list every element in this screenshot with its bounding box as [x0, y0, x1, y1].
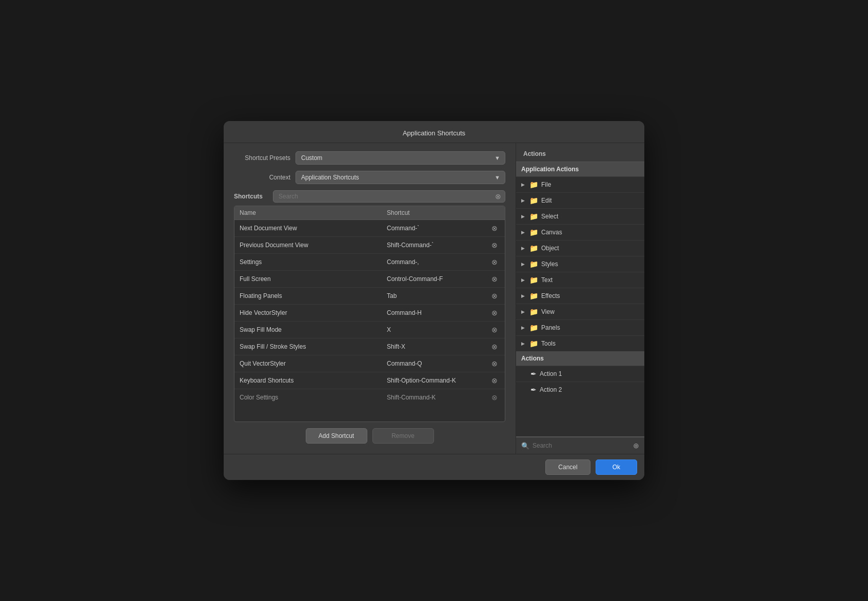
table-row[interactable]: Swap Fill / Stroke Styles Shift-X ⊗ — [234, 338, 505, 355]
shortcut-key: Command-Q — [382, 355, 484, 372]
shortcut-name: Swap Fill / Stroke Styles — [234, 338, 382, 355]
shortcut-name: Settings — [234, 254, 382, 271]
tree-folder-item[interactable]: ▶ 📁 View — [516, 304, 644, 320]
shortcut-remove-cell: ⊗ — [484, 254, 505, 271]
ok-button[interactable]: Ok — [596, 459, 637, 475]
table-row[interactable]: Hide VectorStyler Command-H ⊗ — [234, 305, 505, 322]
shortcut-key: Command-, — [382, 254, 484, 271]
tree-folder-item[interactable]: ▶ 📁 Edit — [516, 193, 644, 209]
right-panel: Actions Application Actions ▶ 📁 File ▶ 📁… — [516, 143, 644, 454]
tree-folder-item[interactable]: ▶ 📁 Select — [516, 209, 644, 225]
tree-folder-label: Select — [541, 213, 558, 220]
table-row[interactable]: Settings Command-, ⊗ — [234, 254, 505, 271]
tree-folder-item[interactable]: ▶ 📁 Canvas — [516, 225, 644, 241]
remove-shortcut-icon[interactable]: ⊗ — [491, 224, 498, 232]
remove-shortcut-icon[interactable]: ⊗ — [491, 393, 498, 402]
remove-shortcut-icon[interactable]: ⊗ — [491, 292, 498, 300]
tree-folder-item[interactable]: ▶ 📁 Styles — [516, 256, 644, 272]
tree-expand-arrow: ▶ — [521, 325, 527, 330]
table-row[interactable]: Quit VectorStyler Command-Q ⊗ — [234, 355, 505, 372]
remove-shortcut-icon[interactable]: ⊗ — [491, 309, 498, 317]
search-clear-icon[interactable]: ⊗ — [495, 193, 501, 200]
tree-expand-arrow: ▶ — [521, 309, 527, 314]
shortcut-remove-cell: ⊗ — [484, 271, 505, 288]
folder-icon: 📁 — [529, 228, 538, 236]
shortcut-remove-cell: ⊗ — [484, 355, 505, 372]
shortcut-key: Command-` — [382, 220, 484, 237]
tree-folder-item[interactable]: ▶ 📁 File — [516, 177, 644, 193]
dialog-titlebar: Application Shortcuts — [224, 121, 644, 143]
dialog-footer: Cancel Ok — [224, 454, 644, 480]
tree-folder-item[interactable]: ▶ 📁 Tools — [516, 336, 644, 351]
folder-icon: 📁 — [529, 212, 538, 221]
tree-folder-label: File — [541, 181, 551, 188]
shortcut-remove-cell: ⊗ — [484, 372, 505, 389]
cancel-button[interactable]: Cancel — [545, 459, 590, 475]
shortcut-name: Floating Panels — [234, 288, 382, 305]
context-row: Context Application Shortcuts ▼ — [234, 171, 505, 184]
presets-select[interactable]: Custom — [295, 151, 505, 165]
folder-icon: 📁 — [529, 196, 538, 205]
application-actions-label: Application Actions — [521, 166, 579, 173]
table-row[interactable]: Swap Fill Mode X ⊗ — [234, 322, 505, 338]
shortcut-name: Keyboard Shortcuts — [234, 372, 382, 389]
table-row[interactable]: Previous Document View Shift-Command-` ⊗ — [234, 237, 505, 254]
shortcut-key: Tab — [382, 288, 484, 305]
tree-expand-arrow: ▶ — [521, 262, 527, 267]
table-row[interactable]: Keyboard Shortcuts Shift-Option-Command-… — [234, 372, 505, 389]
shortcut-name: Full Screen — [234, 271, 382, 288]
remove-shortcut-icon[interactable]: ⊗ — [491, 359, 498, 368]
tree-folders: ▶ 📁 File ▶ 📁 Edit ▶ 📁 Select ▶ 📁 Canvas … — [516, 177, 644, 351]
table-row[interactable]: Floating Panels Tab ⊗ — [234, 288, 505, 305]
dialog-title: Application Shortcuts — [403, 129, 465, 137]
tree-folder-item[interactable]: ▶ 📁 Effects — [516, 288, 644, 304]
table-row[interactable]: Color Settings Shift-Command-K ⊗ — [234, 389, 505, 406]
search-input[interactable] — [273, 190, 505, 203]
remove-shortcut-icon[interactable]: ⊗ — [491, 376, 498, 385]
tree-folder-label: Object — [541, 245, 559, 252]
action-pen-icon: ✒ — [530, 386, 537, 394]
shortcut-key: Command-H — [382, 305, 484, 322]
action-item[interactable]: ✒ Action 1 — [516, 366, 644, 382]
shortcut-name: Next Document View — [234, 220, 382, 237]
remove-shortcut-icon[interactable]: ⊗ — [491, 343, 498, 351]
folder-icon: 📁 — [529, 292, 538, 300]
tree-folder-item[interactable]: ▶ 📁 Text — [516, 272, 644, 288]
application-actions-header[interactable]: Application Actions — [516, 162, 644, 177]
actions-section-header: Actions — [516, 351, 644, 366]
remove-shortcut-icon[interactable]: ⊗ — [491, 241, 498, 249]
action-items: ✒ Action 1 ✒ Action 2 — [516, 366, 644, 397]
shortcut-key: Shift-Option-Command-K — [382, 372, 484, 389]
tree-expand-arrow: ▶ — [521, 230, 527, 235]
shortcut-remove-cell: ⊗ — [484, 220, 505, 237]
shortcut-name: Color Settings — [234, 389, 382, 406]
shortcuts-section: Shortcuts ⊗ Name Shortcut — [234, 190, 505, 446]
folder-icon: 📁 — [529, 324, 538, 332]
shortcuts-table: Name Shortcut Next Document View Command… — [234, 206, 505, 406]
dialog-body: Shortcut Presets Custom ▼ Context Applic… — [224, 143, 644, 454]
shortcut-key: Shift-Command-K — [382, 389, 484, 406]
add-shortcut-button[interactable]: Add Shortcut — [306, 428, 367, 444]
tree-folder-label: Tools — [541, 340, 556, 347]
remove-shortcut-icon[interactable]: ⊗ — [491, 275, 498, 283]
remove-shortcut-icon[interactable]: ⊗ — [491, 258, 498, 266]
action-item-label: Action 1 — [540, 370, 562, 377]
context-select[interactable]: Application Shortcuts — [295, 171, 505, 184]
actions-search-icon: 🔍 — [521, 442, 529, 450]
remove-shortcut-button[interactable]: Remove — [372, 428, 434, 444]
tree-folder-label: View — [541, 308, 555, 315]
tree-folder-label: Panels — [541, 324, 560, 331]
context-select-wrap: Application Shortcuts ▼ — [295, 171, 505, 184]
folder-icon: 📁 — [529, 244, 538, 252]
shortcut-remove-cell: ⊗ — [484, 389, 505, 406]
action-item[interactable]: ✒ Action 2 — [516, 382, 644, 397]
application-shortcuts-dialog: Application Shortcuts Shortcut Presets C… — [224, 121, 644, 480]
table-row[interactable]: Next Document View Command-` ⊗ — [234, 220, 505, 237]
actions-tree-wrap: Application Actions ▶ 📁 File ▶ 📁 Edit ▶ … — [516, 162, 644, 437]
remove-shortcut-icon[interactable]: ⊗ — [491, 326, 498, 334]
actions-search-input[interactable] — [532, 442, 633, 449]
tree-folder-item[interactable]: ▶ 📁 Panels — [516, 320, 644, 336]
tree-folder-item[interactable]: ▶ 📁 Object — [516, 241, 644, 256]
actions-search-zoom-icon[interactable]: ⊕ — [633, 442, 639, 450]
table-row[interactable]: Full Screen Control-Command-F ⊗ — [234, 271, 505, 288]
